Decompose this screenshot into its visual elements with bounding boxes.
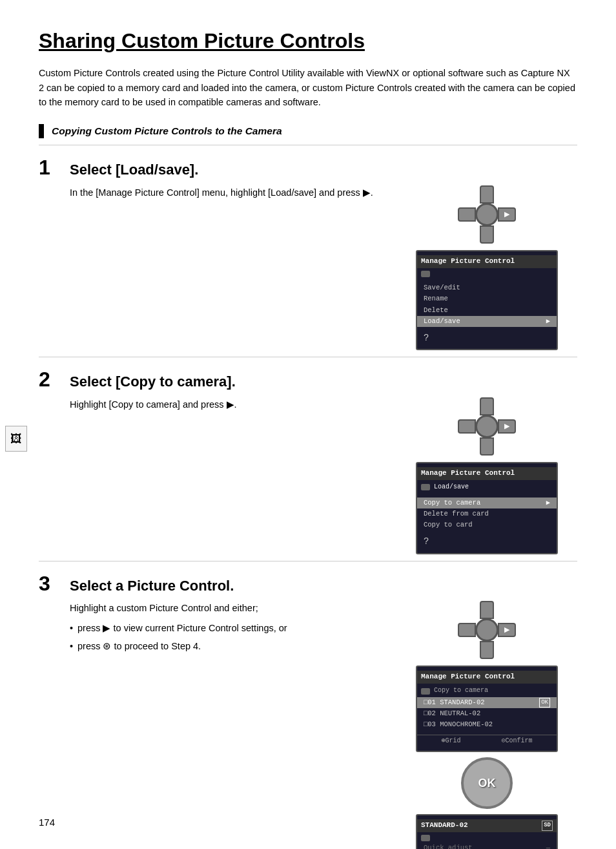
step-1: 1 Select [Load/save]. In the [Manage Pic… xyxy=(39,145,577,357)
step-3-number: 3 xyxy=(39,573,65,594)
step-3-s1-row-1: □01 STANDARD-02OK xyxy=(417,697,557,708)
step-1-wrapper: 1 Select [Load/save]. In the [Manage Pic… xyxy=(39,145,577,357)
dpad2-down xyxy=(480,437,494,456)
step-2-subtitle: Load/save xyxy=(434,483,469,492)
step-1-screen: Manage Picture Control Save/edit Rename … xyxy=(416,250,558,350)
step-3-bullet-2: press ⊛ to proceed to Step 4. xyxy=(70,639,384,653)
step-3-screen-1: Manage Picture Control Copy to camera □0… xyxy=(416,666,558,752)
step-2-screen-title: Manage Picture Control xyxy=(417,467,557,480)
dpad-control-3 xyxy=(458,601,516,659)
dpad2-up xyxy=(480,397,494,415)
step-1-text: In the [Manage Picture Control] menu, hi… xyxy=(39,185,384,200)
step-3-s1-title: Manage Picture Control xyxy=(417,671,557,684)
step-3-s1-row-3: □03 MONOCHROME-02 xyxy=(417,719,557,730)
step-1-row-3: Delete xyxy=(417,305,557,316)
heading-bar xyxy=(39,124,44,138)
dpad-control-2 xyxy=(458,397,516,456)
dpad-down xyxy=(480,225,494,244)
step-3-s1-footer-grid: ⊛Grid xyxy=(441,737,460,746)
step-1-body: In the [Manage Picture Control] menu, hi… xyxy=(39,185,577,350)
step-3-s2-row-0: Quick adjust— xyxy=(417,843,557,849)
step-3-wrapper: 3 Select a Picture Control. Highlight a … xyxy=(39,561,577,849)
camera-icon-4 xyxy=(421,835,430,841)
step-2-header: 2 Select [Copy to camera]. xyxy=(39,369,577,392)
page-number: 174 xyxy=(39,815,55,830)
step-1-body-text: In the [Manage Picture Control] menu, hi… xyxy=(70,187,373,198)
camera-icon-3 xyxy=(421,688,430,695)
step-3-screen-2: STANDARD-02 SD Quick adjust— Sharpening■… xyxy=(416,814,558,849)
step-2-title: Select [Copy to camera]. xyxy=(70,369,236,392)
step-3-title: Select a Picture Control. xyxy=(70,573,234,596)
step-3-body-text: Highlight a custom Picture Control and e… xyxy=(70,603,258,613)
step-2-media: Manage Picture Control Load/save Copy to… xyxy=(396,397,577,554)
step-1-screen-title: Manage Picture Control xyxy=(417,255,557,268)
step-2-screen-icons: Load/save xyxy=(417,481,557,494)
step-1-number: 1 xyxy=(39,157,65,178)
step-2-dpad xyxy=(458,397,516,456)
step-1-row-4: Load/save▶ xyxy=(417,316,557,327)
dpad-right xyxy=(498,207,516,222)
step-2-number: 2 xyxy=(39,369,65,390)
step-3-dpad xyxy=(458,601,516,659)
step-1-dpad xyxy=(458,185,516,244)
step-2-screen-question: ? xyxy=(417,534,557,549)
dpad3-down xyxy=(480,641,494,659)
step-3-s1-footer-confirm: ⊙Confirm xyxy=(501,737,532,746)
dpad3-right xyxy=(498,623,516,637)
step-2-row-3: Copy to card xyxy=(417,519,557,530)
ok-button: OK xyxy=(461,757,513,809)
step-3-header: 3 Select a Picture Control. xyxy=(39,573,577,596)
step-3: 3 Select a Picture Control. Highlight a … xyxy=(39,561,577,849)
step-1-row-2: Rename xyxy=(417,293,557,304)
step-3-screens: Manage Picture Control Copy to camera □0… xyxy=(416,666,558,849)
step-3-text: Highlight a custom Picture Control and e… xyxy=(39,601,384,657)
step-3-bullet-1: press ▶ to view current Picture Control … xyxy=(70,621,384,635)
step-2-wrapper: 🖼 2 Select [Copy to camera]. Highlight [… xyxy=(39,357,577,560)
step-1-media: Manage Picture Control Save/edit Rename … xyxy=(396,185,577,350)
camera-icon xyxy=(421,271,430,277)
step-2: 🖼 2 Select [Copy to camera]. Highlight [… xyxy=(39,357,577,560)
step-2-body: Highlight [Copy to camera] and press ▶. … xyxy=(39,397,577,554)
dpad-control xyxy=(458,185,516,244)
step-1-row-1: Save/edit xyxy=(417,282,557,293)
dpad2-center xyxy=(475,415,498,438)
step-3-media: Manage Picture Control Copy to camera □0… xyxy=(396,601,577,849)
step-2-body-text: Highlight [Copy to camera] and press ▶. xyxy=(70,399,237,410)
section-heading-text: Copying Custom Picture Controls to the C… xyxy=(52,124,282,138)
step-3-s1-subtitle: Copy to camera xyxy=(434,686,488,696)
step-3-s1-icons: Copy to camera xyxy=(417,685,557,697)
camera-icon-2 xyxy=(421,484,430,490)
page-title: Sharing Custom Picture Controls xyxy=(39,26,577,56)
step-3-bullets: press ▶ to view current Picture Control … xyxy=(70,621,384,654)
step-3-s1-footer: ⊛Grid ⊙Confirm xyxy=(417,735,557,748)
step-3-s2-icons xyxy=(417,833,557,843)
step-1-screen-question: ? xyxy=(417,331,557,345)
dpad3-center xyxy=(475,618,498,642)
intro-paragraph: Custom Picture Controls created using th… xyxy=(39,66,577,109)
step-1-title: Select [Load/save]. xyxy=(70,157,198,180)
step-3-body: Highlight a custom Picture Control and e… xyxy=(39,601,577,849)
step-2-text: Highlight [Copy to camera] and press ▶. xyxy=(39,397,384,412)
step-2-screen: Manage Picture Control Load/save Copy to… xyxy=(416,462,558,554)
step-1-screen-icons xyxy=(417,269,557,278)
step-1-header: 1 Select [Load/save]. xyxy=(39,157,577,180)
sidebar-marker: 🖼 xyxy=(5,426,27,452)
dpad3-left xyxy=(458,623,476,637)
dpad3-up xyxy=(480,601,494,619)
dpad-center xyxy=(475,203,498,226)
dpad-up xyxy=(480,185,494,204)
step-2-row-2: Delete from card xyxy=(417,508,557,519)
step-3-s1-row-2: □02 NEUTRAL-02 xyxy=(417,708,557,719)
step-3-s2-title: STANDARD-02 SD xyxy=(417,819,557,832)
section-heading: Copying Custom Picture Controls to the C… xyxy=(39,124,577,138)
step-2-row-1: Copy to camera▶ xyxy=(417,498,557,508)
dpad2-right xyxy=(498,419,516,434)
dpad-left xyxy=(458,207,476,222)
dpad2-left xyxy=(458,419,476,434)
